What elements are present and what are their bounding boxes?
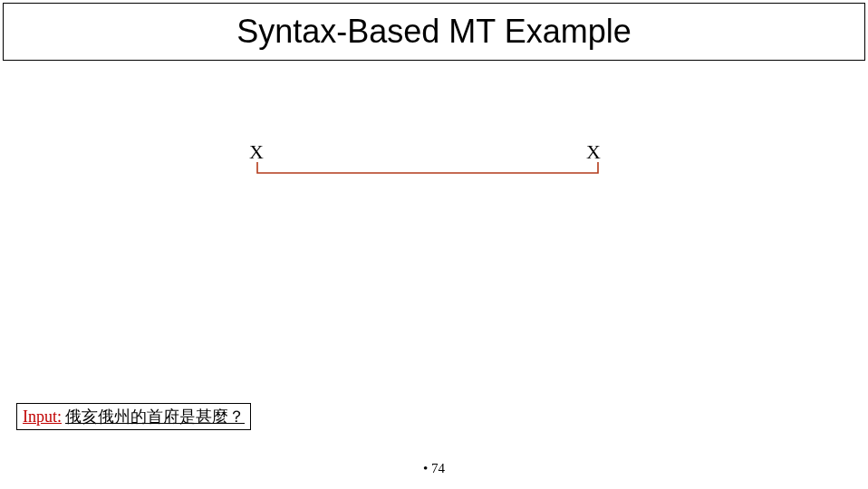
- diagram-x-left: X: [249, 140, 264, 164]
- page-number-value: 74: [431, 461, 445, 475]
- slide-title: Syntax-Based MT Example: [236, 13, 632, 51]
- page-number: • 74: [0, 461, 868, 476]
- page-bullet: •: [423, 461, 428, 475]
- diagram-x-right: X: [586, 140, 601, 164]
- syntax-diagram: X X: [231, 140, 612, 177]
- slide-title-box: Syntax-Based MT Example: [3, 3, 865, 61]
- input-label: Input:: [23, 408, 62, 427]
- diagram-bracket: [256, 162, 599, 175]
- input-value: 俄亥俄州的首府是甚麼？: [65, 406, 245, 427]
- input-box: Input: 俄亥俄州的首府是甚麼？: [16, 403, 251, 430]
